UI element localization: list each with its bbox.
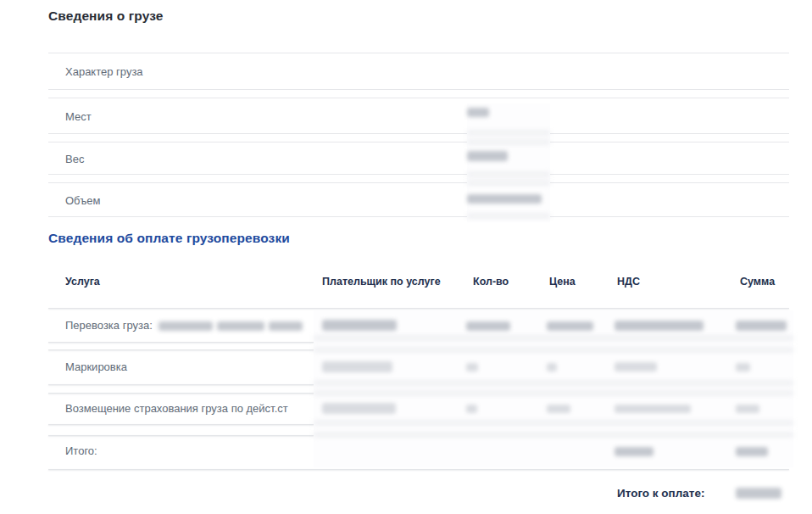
redacted-value xyxy=(322,320,397,331)
redacted-value xyxy=(269,321,303,331)
redacted-value xyxy=(217,321,264,331)
redacted-value xyxy=(466,321,510,331)
redacted-value xyxy=(467,108,489,117)
table-row-cargo-places: Мест xyxy=(48,98,789,134)
table-row-cargo-nature: Характер груза xyxy=(48,53,789,90)
cargo-section-title: Сведения о грузе xyxy=(48,8,163,24)
divider xyxy=(48,384,314,385)
row-label: Объем xyxy=(65,193,100,206)
freight-order-detail-page: Сведения о грузе Характер груза Мест Вес… xyxy=(0,0,812,514)
redacted-value xyxy=(466,363,478,372)
redacted-value xyxy=(615,362,657,372)
redacted-value xyxy=(736,363,750,372)
table-row-cargo-volume: Объем xyxy=(48,182,789,217)
divider xyxy=(48,342,314,343)
redacted-value xyxy=(322,403,396,414)
payment-section-title: Сведения об оплате грузоперевозки xyxy=(48,231,290,246)
redacted-value xyxy=(322,361,392,372)
service-label: Маркировка xyxy=(65,360,127,373)
redacted-value xyxy=(736,447,768,456)
total-due-label: Итого к оплате: xyxy=(617,487,704,500)
redacted-value xyxy=(615,447,653,456)
redaction-overlay xyxy=(314,310,793,467)
redacted-value xyxy=(466,405,477,413)
divider xyxy=(48,435,314,436)
row-label: Характер груза xyxy=(65,65,143,78)
column-header-qty: Кол-во xyxy=(473,276,509,288)
redacted-value xyxy=(547,321,593,331)
column-header-sum: Сумма xyxy=(740,276,775,288)
service-label: Перевозка груза: xyxy=(65,319,153,332)
redacted-value xyxy=(547,363,557,372)
service-label: Возмещение страхования груза по дейст.ст xyxy=(65,402,288,415)
redacted-value xyxy=(615,405,691,413)
divider xyxy=(48,308,789,309)
redacted-value xyxy=(467,194,542,204)
column-header-price: Цена xyxy=(549,276,576,288)
column-header-payer: Плательщик по услуге xyxy=(322,276,441,288)
divider xyxy=(48,424,314,425)
redacted-value xyxy=(467,151,508,161)
redacted-value xyxy=(159,321,213,331)
column-header-vat: НДС xyxy=(617,276,640,288)
row-label: Вес xyxy=(65,152,84,165)
column-header-service: Услуга xyxy=(65,276,100,288)
divider xyxy=(48,349,314,350)
divider xyxy=(48,469,789,470)
redaction-band xyxy=(467,103,550,222)
row-label: Мест xyxy=(65,109,92,122)
redacted-value xyxy=(615,321,704,331)
table-row-cargo-weight: Вес xyxy=(48,142,789,175)
redacted-value xyxy=(736,321,787,331)
subtotal-label: Итого: xyxy=(65,444,97,457)
redacted-value xyxy=(736,405,759,413)
redacted-value xyxy=(736,488,781,499)
redacted-value xyxy=(547,405,570,413)
divider xyxy=(48,393,314,394)
